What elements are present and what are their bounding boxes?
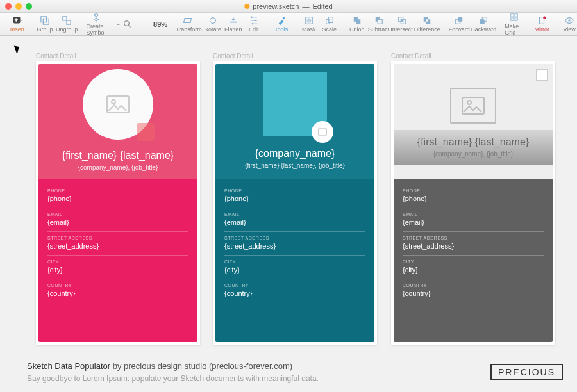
- svg-rect-2: [15, 19, 18, 20]
- field-phone: PHONE{phone}: [403, 184, 544, 208]
- svg-rect-22: [401, 19, 403, 22]
- image-icon: [462, 97, 485, 115]
- card-header: {first_name} {last_name} {company_name},…: [38, 64, 197, 179]
- card: {first_name} {last_name} {company_name},…: [394, 64, 553, 342]
- field-city: CITY{city}: [403, 256, 544, 279]
- footer-byline: by precious design studio (precious-fore…: [110, 361, 292, 371]
- tools-button[interactable]: Tools: [272, 16, 291, 33]
- zoom-in-icon[interactable]: +: [135, 21, 138, 28]
- zoom-out-icon[interactable]: −: [117, 21, 120, 28]
- svg-rect-24: [458, 17, 462, 21]
- field-address: STREET ADDRESS{street_address}: [47, 232, 188, 256]
- union-button[interactable]: Union: [347, 16, 367, 33]
- mask-button[interactable]: Mask: [299, 16, 319, 33]
- svg-rect-27: [511, 13, 514, 16]
- avatar-placeholder: [450, 88, 496, 124]
- window-controls[interactable]: [5, 3, 32, 10]
- forward-button[interactable]: Forward: [449, 16, 470, 33]
- badge-icon: [137, 123, 155, 141]
- window-titlebar: preview.sketch — Edited: [0, 0, 577, 13]
- field-country: COUNTRY{country}: [47, 279, 188, 302]
- svg-rect-17: [326, 19, 330, 24]
- create-symbol-button[interactable]: Create Symbol: [87, 13, 106, 36]
- toolbar: Insert Group Ungroup Create Symbol − + 8…: [0, 13, 577, 36]
- svg-rect-28: [515, 13, 517, 16]
- backward-button[interactable]: Backward: [471, 16, 497, 33]
- difference-button[interactable]: Difference: [414, 16, 440, 33]
- svg-rect-37: [318, 128, 326, 135]
- svg-rect-26: [480, 19, 485, 24]
- zoom-percent[interactable]: 89%: [149, 20, 172, 28]
- artboard-label[interactable]: Contact Detail: [36, 53, 76, 60]
- transform-button[interactable]: Transform: [176, 16, 202, 33]
- svg-point-13: [252, 22, 254, 24]
- card-header: {company_name} {first_name} {last_name},…: [215, 64, 374, 179]
- window-title: preview.sketch — Edited: [244, 3, 332, 10]
- image-icon: [106, 95, 130, 113]
- canvas[interactable]: Contact Detail Contact Detail Contact De…: [0, 36, 577, 354]
- svg-rect-5: [63, 16, 67, 20]
- zoom-lens-icon[interactable]: [124, 20, 131, 28]
- svg-rect-18: [328, 17, 333, 22]
- artboard-contact-teal[interactable]: {company_name} {first_name} {last_name},…: [213, 61, 377, 345]
- card-header: {first_name} {last_name} {company_name},…: [394, 64, 553, 179]
- mirror-button[interactable]: Mirror: [532, 16, 551, 33]
- zoom-icon[interactable]: [26, 3, 32, 10]
- insert-button[interactable]: Insert: [8, 16, 27, 33]
- corner-icon: [536, 69, 548, 81]
- edit-button[interactable]: Edit: [244, 16, 263, 33]
- field-city: CITY{city}: [47, 256, 188, 279]
- card-headline: {first_name} {last_name}: [394, 136, 553, 148]
- document-state-sep: —: [302, 3, 309, 10]
- svg-point-39: [467, 101, 471, 104]
- subtract-button[interactable]: Subtract: [368, 16, 390, 33]
- svg-rect-3: [41, 16, 47, 22]
- view-button[interactable]: View: [560, 16, 577, 33]
- svg-point-32: [543, 16, 546, 19]
- rotate-button[interactable]: Rotate: [203, 16, 222, 33]
- field-email: EMAIL{email}: [224, 208, 365, 232]
- svg-point-12: [254, 19, 256, 21]
- artboard-label[interactable]: Contact Detail: [391, 53, 431, 60]
- card-headline: {company_name}: [255, 148, 335, 159]
- document-state: Edited: [312, 3, 332, 10]
- field-email: EMAIL{email}: [403, 208, 544, 232]
- svg-point-14: [283, 17, 285, 19]
- document-name: preview.sketch: [253, 3, 299, 10]
- minimize-icon[interactable]: [15, 3, 22, 10]
- ungroup-button[interactable]: Ungroup: [56, 16, 78, 33]
- svg-rect-19: [378, 19, 382, 24]
- card-headline: {first_name} {last_name}: [62, 150, 174, 161]
- card-subline: {company_name}, {job_title}: [78, 164, 158, 171]
- field-phone: PHONE{phone}: [47, 184, 188, 208]
- card-subline: {first_name} {last_name}, {job_title}: [245, 162, 345, 169]
- svg-point-33: [568, 19, 571, 22]
- svg-rect-4: [43, 19, 49, 24]
- cursor-icon: [14, 44, 21, 54]
- flatten-button[interactable]: Flatten: [224, 16, 243, 33]
- scale-button[interactable]: Scale: [320, 16, 339, 33]
- field-phone: PHONE{phone}: [224, 184, 365, 208]
- svg-point-7: [124, 20, 130, 26]
- avatar-placeholder: [83, 69, 153, 140]
- footer-text: Sketch Data Populator by precious design…: [27, 360, 319, 384]
- zoom-controls[interactable]: − +: [110, 20, 149, 28]
- field-email: EMAIL{email}: [47, 208, 188, 232]
- artboard-label[interactable]: Contact Detail: [213, 53, 253, 60]
- svg-line-8: [128, 25, 130, 27]
- artboard-contact-grey[interactable]: {first_name} {last_name} {company_name},…: [391, 61, 555, 345]
- make-grid-button[interactable]: Make Grid: [505, 13, 524, 36]
- card-body: PHONE{phone} EMAIL{email} STREET ADDRESS…: [215, 179, 374, 342]
- close-icon[interactable]: [5, 3, 12, 10]
- card-body: PHONE{phone} EMAIL{email} STREET ADDRESS…: [38, 179, 197, 342]
- group-button[interactable]: Group: [35, 16, 54, 33]
- svg-rect-9: [184, 18, 192, 22]
- artboard-contact-pink[interactable]: {first_name} {last_name} {company_name},…: [36, 61, 200, 345]
- document-icon: [244, 4, 249, 9]
- footer-title: Sketch Data Populator: [27, 361, 110, 371]
- intersect-button[interactable]: Intersect: [390, 16, 413, 33]
- field-country: COUNTRY{country}: [403, 279, 544, 302]
- card: {company_name} {first_name} {last_name},…: [215, 64, 374, 342]
- field-address: STREET ADDRESS{street_address}: [403, 232, 544, 256]
- avatar-placeholder: [263, 72, 327, 136]
